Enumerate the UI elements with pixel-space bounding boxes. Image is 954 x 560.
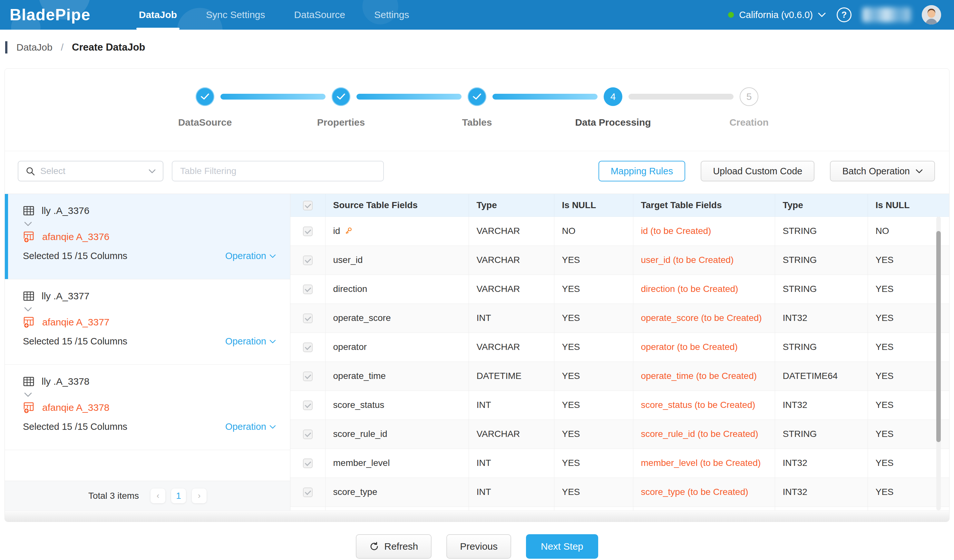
cell-isnull: YES [554,361,633,390]
wizard-stepper: DataSource Properties Tables 4 Data Proc… [137,87,817,128]
breadcrumb: DataJob / Create DataJob [0,30,954,65]
cell-type: VARCHAR [469,420,554,448]
expand-chevron-icon[interactable] [24,392,276,397]
wizard-stepper-section: DataSource Properties Tables 4 Data Proc… [5,68,949,151]
select-all-checkbox[interactable] [303,201,313,210]
batch-operation-button[interactable]: Batch Operation [830,161,935,181]
cell-source: score_status [325,390,469,420]
row-checkbox[interactable] [303,285,313,294]
nav-item-datasource[interactable]: DataSource [285,0,355,30]
cell-ttype: INT32 [775,390,868,420]
cell-target: direction (to be Created) [633,275,775,303]
pagination-prev-button[interactable]: ‹ [151,488,165,503]
selected-columns-text: Selected 15 /15 Columns [23,251,127,261]
nav-item-datajob[interactable]: DataJob [129,0,187,30]
expand-chevron-icon[interactable] [24,222,276,226]
mapping-content: lly .A_3376 afanqie A_3376 Selected 15 /… [5,194,949,510]
username-blurred[interactable] [862,8,911,22]
avatar[interactable] [922,5,941,25]
table-pair-item-2[interactable]: lly .A_3377 afanqie A_3377 Selected 15 /… [5,279,290,365]
row-checkbox[interactable] [303,459,313,468]
target-table-add-icon [23,316,35,328]
cell-ttype: INT32 [775,448,868,478]
cell-isnull: YES [554,478,633,507]
table-row: score_status INT YES score_status (to be… [290,390,949,420]
chevron-down-icon [270,340,276,344]
table-row: score_rule_id VARCHAR YES score_rule_id … [290,420,949,448]
cell-ttype: DATETIME64 [775,361,868,390]
source-table-name: lly .A_3378 [42,376,89,387]
table-row: operate_time DATETIME YES operate_time (… [290,361,949,390]
col-target-type: Type [775,194,868,216]
row-checkbox[interactable] [303,429,313,439]
col-source-type: Type [469,194,554,216]
cell-type: DATETIME [469,361,554,390]
table-pair-item-3[interactable]: lly .A_3378 afanqie A_3378 Selected 15 /… [5,365,290,450]
operation-link[interactable]: Operation [225,251,276,261]
nav-item-settings[interactable]: Settings [365,0,419,30]
step-label: Tables [462,117,492,128]
select-placeholder: Select [40,166,65,176]
operation-link[interactable]: Operation [225,422,276,432]
row-checkbox[interactable] [303,255,313,265]
total-items-text: Total 3 items [88,491,139,501]
pagination-page-1[interactable]: 1 [171,488,186,503]
row-checkbox[interactable] [303,314,313,323]
source-table-name: lly .A_3377 [42,291,89,302]
row-checkbox[interactable] [303,400,313,410]
refresh-button[interactable]: Refresh [356,534,432,559]
cell-type: INT [469,478,554,507]
step-check-icon [468,87,486,106]
cell-ttype: STRING [775,275,868,303]
chevron-down-icon [270,254,276,258]
breadcrumb-parent[interactable]: DataJob [16,42,53,53]
table-pair-item-1[interactable]: lly .A_3376 afanqie A_3376 Selected 15 /… [5,194,290,279]
field-mapping-table-wrap: Source Table Fields Type Is NULL Target … [290,194,949,510]
cell-target: score_type (to be Created) [633,478,775,507]
refresh-label: Refresh [384,541,418,552]
select-dropdown[interactable]: Select [18,161,164,181]
help-icon[interactable]: ? [837,8,851,22]
table-filtering-input[interactable] [172,161,384,181]
target-table-name: afanqie A_3376 [42,231,109,242]
cell-isnull: YES [554,275,633,303]
row-checkbox[interactable] [303,372,313,381]
step-tables: Tables [409,87,545,128]
row-checkbox[interactable] [303,342,313,352]
step-number: 5 [747,91,752,102]
horizontal-scrollbar-track[interactable] [5,510,949,522]
source-table-icon [23,205,34,216]
header-row: Source Table Fields Type Is NULL Target … [290,194,949,216]
selected-columns-text: Selected 15 /15 Columns [23,422,127,432]
row-checkbox[interactable] [303,487,313,497]
environment-selector[interactable]: California (v0.6.0) [728,10,826,20]
expand-chevron-icon[interactable] [24,307,276,311]
step-properties: Properties [273,87,409,128]
step-label: Data Processing [575,117,651,128]
cell-source: operator [325,333,469,361]
cell-type [469,507,554,510]
target-table-name: afanqie A_3377 [42,317,109,328]
app-logo[interactable]: BladePipe [10,5,90,24]
pagination-next-button[interactable]: › [192,488,207,503]
cell-type: INT [469,303,554,333]
cell-ttype: INT32 [775,303,868,333]
step-check-icon [196,87,214,106]
table-row: operate_score INT YES operate_score (to … [290,303,949,333]
row-checkbox[interactable] [303,227,313,236]
vertical-scrollbar-thumb[interactable] [936,231,941,442]
mapping-rules-button[interactable]: Mapping Rules [599,161,685,181]
col-target-fields: Target Table Fields [633,194,775,216]
breadcrumb-accent-bar [5,41,8,53]
cell-target: operator (to be Created) [633,333,775,361]
create-datajob-panel: DataSource Properties Tables 4 Data Proc… [5,68,949,522]
refresh-icon [369,541,379,551]
nav-item-sync-settings[interactable]: Sync Settings [196,0,274,30]
upload-custom-code-button[interactable]: Upload Custom Code [701,161,814,181]
next-step-button[interactable]: Next Step [526,534,598,559]
previous-button[interactable]: Previous [446,534,511,559]
step-data-processing: 4 Data Processing [545,87,681,128]
source-table-icon [23,376,34,387]
cell-source: user_id [325,246,469,275]
operation-link[interactable]: Operation [225,336,276,347]
